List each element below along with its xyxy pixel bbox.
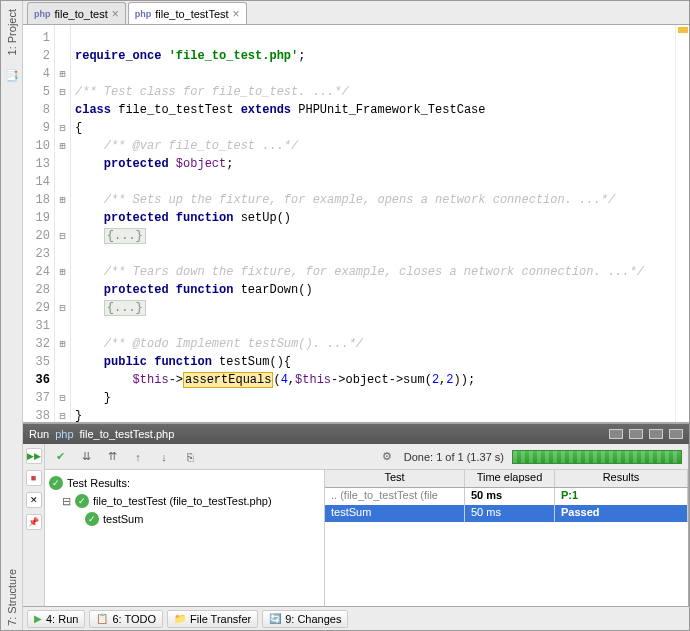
fold-toggle[interactable]: [55, 47, 70, 65]
ok-icon: ✓: [75, 494, 89, 508]
fold-toggle[interactable]: [55, 155, 70, 173]
tab-label: file_to_testTest: [155, 8, 228, 20]
fold-toggle[interactable]: ⊞: [55, 263, 70, 281]
table-row[interactable]: .. (file_to_testTest (file 50 ms P:1: [325, 488, 688, 505]
table-row[interactable]: testSum 50 ms Passed: [325, 505, 688, 522]
fold-toggle[interactable]: [55, 371, 70, 389]
test-toolbar: ✔ ⇊ ⇈ ↑ ↓ ⎘ ⚙ Done: 1 of 1 (1.37 s): [45, 444, 688, 470]
test-tree[interactable]: ✓ Test Results: ⊟ ✓ file_to_testTest (fi…: [45, 470, 325, 606]
fold-toggle[interactable]: [55, 245, 70, 263]
collapse-icon[interactable]: ⇊: [77, 448, 95, 466]
transfer-icon: 📁: [174, 613, 186, 625]
close-panel-icon[interactable]: [669, 429, 683, 439]
left-sidebar: 1: Project 📑 7: Structure: [1, 1, 23, 630]
fold-toggle[interactable]: ⊟: [55, 389, 70, 407]
close-button[interactable]: ✕: [26, 492, 42, 508]
fold-toggle[interactable]: [55, 173, 70, 191]
run-header: Run php file_to_testTest.php: [23, 424, 689, 444]
run-tool-button[interactable]: ▶4: Run: [27, 610, 85, 628]
pin-button[interactable]: 📌: [26, 514, 42, 530]
fold-toggle[interactable]: [55, 317, 70, 335]
tree-test[interactable]: ✓ testSum: [49, 510, 320, 528]
minimize-icon[interactable]: [609, 429, 623, 439]
run-left-toolbar: ▶▶ ■ ✕ 📌: [23, 444, 45, 606]
tab-file-to-test-test[interactable]: php file_to_testTest ×: [128, 2, 247, 24]
bookmark-icon[interactable]: 📑: [4, 67, 20, 83]
float-icon[interactable]: [629, 429, 643, 439]
ok-icon: ✓: [85, 512, 99, 526]
editor-tabs: php file_to_test × php file_to_testTest …: [23, 1, 689, 25]
fold-toggle[interactable]: ⊞: [55, 335, 70, 353]
changes-tool-button[interactable]: 🔄9: Changes: [262, 610, 348, 628]
tab-file-to-test[interactable]: php file_to_test ×: [27, 2, 126, 24]
line-numbers: 1245891013141819202324282931323536373839: [23, 25, 55, 422]
run-file: file_to_testTest.php: [80, 428, 175, 440]
php-icon: php: [34, 9, 51, 19]
main-area: php file_to_test × php file_to_testTest …: [23, 1, 689, 630]
php-icon: php: [135, 9, 152, 19]
progress-bar: [512, 450, 682, 464]
close-icon[interactable]: ×: [233, 8, 240, 20]
tree-root[interactable]: ✓ Test Results:: [49, 474, 320, 492]
code-area[interactable]: require_once 'file_to_test.php';/** Test…: [71, 25, 675, 422]
fold-toggle[interactable]: ⊟: [55, 119, 70, 137]
warning-marker[interactable]: [678, 27, 688, 33]
fold-toggle[interactable]: ⊞: [55, 191, 70, 209]
ok-icon: ✓: [49, 476, 63, 490]
tab-label: file_to_test: [55, 8, 108, 20]
todo-tool-button[interactable]: 📋6: TODO: [89, 610, 163, 628]
rerun-button[interactable]: ▶▶: [26, 448, 42, 464]
fold-toggle[interactable]: [55, 29, 70, 47]
structure-tool-button[interactable]: 7: Structure: [4, 565, 20, 630]
expand-icon[interactable]: ⇈: [103, 448, 121, 466]
settings-icon[interactable]: ⚙: [378, 448, 396, 466]
fold-toggle[interactable]: [55, 353, 70, 371]
export-icon[interactable]: ⎘: [181, 448, 199, 466]
bottom-toolbar: ▶4: Run 📋6: TODO 📁File Transfer 🔄9: Chan…: [23, 606, 689, 630]
table-header: Test Time elapsed Results: [325, 470, 688, 488]
play-icon: ▶: [34, 613, 42, 624]
fold-gutter: ⊞⊟⊟⊞⊞⊟⊞⊟⊞⊟⊟: [55, 25, 71, 422]
run-title: Run: [29, 428, 49, 440]
done-text: Done: 1 of 1 (1.37 s): [404, 451, 504, 463]
changes-icon: 🔄: [269, 613, 281, 625]
fold-toggle[interactable]: [55, 209, 70, 227]
todo-icon: 📋: [96, 613, 108, 625]
fold-toggle[interactable]: [55, 101, 70, 119]
collapse-icon[interactable]: ⊟: [61, 495, 71, 508]
fold-toggle[interactable]: ⊟: [55, 227, 70, 245]
editor[interactable]: 1245891013141819202324282931323536373839…: [23, 25, 689, 423]
fold-toggle[interactable]: ⊞: [55, 137, 70, 155]
filter-passed-icon[interactable]: ✔: [51, 448, 69, 466]
project-tool-button[interactable]: 1: Project: [4, 5, 20, 59]
fold-toggle[interactable]: ⊟: [55, 299, 70, 317]
stop-button[interactable]: ■: [26, 470, 42, 486]
prev-icon[interactable]: ↑: [129, 448, 147, 466]
next-icon[interactable]: ↓: [155, 448, 173, 466]
fold-toggle[interactable]: ⊟: [55, 83, 70, 101]
tree-suite[interactable]: ⊟ ✓ file_to_testTest (file_to_testTest.p…: [49, 492, 320, 510]
fold-toggle[interactable]: ⊞: [55, 65, 70, 83]
dock-icon[interactable]: [649, 429, 663, 439]
results-table: Test Time elapsed Results .. (file_to_te…: [325, 470, 688, 606]
fold-toggle[interactable]: [55, 281, 70, 299]
php-icon: php: [55, 428, 73, 440]
close-icon[interactable]: ×: [112, 8, 119, 20]
error-stripe: [675, 25, 689, 422]
file-transfer-button[interactable]: 📁File Transfer: [167, 610, 258, 628]
run-tool-window: Run php file_to_testTest.php ▶▶ ■ ✕ 📌: [23, 423, 689, 606]
